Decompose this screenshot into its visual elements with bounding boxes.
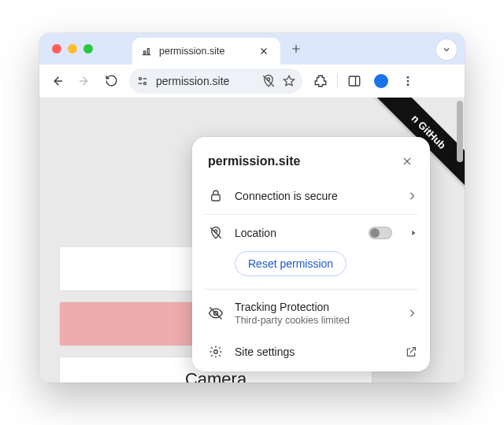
- connection-secure-label: Connection is secure: [235, 190, 395, 202]
- profile-avatar-icon: [374, 74, 388, 88]
- tab-strip: permission.site: [39, 33, 465, 65]
- svg-point-5: [407, 79, 410, 82]
- browser-toolbar: permission.site: [39, 65, 465, 98]
- svg-point-6: [407, 83, 410, 86]
- popover-title: permission.site: [208, 154, 397, 168]
- browser-tab[interactable]: permission.site: [132, 38, 280, 65]
- window-close-button[interactable]: [52, 44, 61, 54]
- location-permission-row: Location: [192, 216, 430, 249]
- tab-overflow-button[interactable]: [436, 39, 457, 60]
- svg-point-1: [144, 82, 146, 84]
- external-link-icon: [405, 346, 417, 358]
- nav-forward-button[interactable]: [72, 69, 96, 93]
- extensions-button[interactable]: [309, 69, 332, 93]
- svg-rect-3: [349, 76, 360, 86]
- toolbar-divider: [337, 74, 338, 88]
- bookmark-star-icon[interactable]: [282, 74, 296, 88]
- svg-rect-7: [212, 195, 220, 201]
- site-info-button[interactable]: [135, 74, 150, 88]
- tab-close-button[interactable]: [257, 44, 271, 58]
- new-tab-button[interactable]: [285, 38, 307, 60]
- tab-favicon-icon: [140, 45, 153, 57]
- nav-back-button[interactable]: [46, 69, 69, 93]
- page-content: n GitHub Camera permission.site Connecti: [39, 98, 465, 382]
- vertical-scrollbar[interactable]: [457, 101, 463, 162]
- location-off-icon: [208, 226, 224, 240]
- reset-permission-button[interactable]: Reset permission: [235, 251, 346, 276]
- nav-reload-button[interactable]: [99, 69, 123, 93]
- site-info-popover: permission.site Connection is secure: [192, 137, 430, 371]
- svg-point-4: [407, 76, 410, 79]
- location-label: Location: [235, 227, 358, 239]
- eye-off-icon: [208, 305, 224, 321]
- chevron-right-icon: [406, 190, 417, 201]
- location-blocked-icon[interactable]: [261, 74, 276, 88]
- connection-secure-row[interactable]: Connection is secure: [192, 179, 430, 213]
- tracking-protection-label: Tracking Protection: [235, 301, 395, 313]
- lock-icon: [208, 189, 224, 203]
- chevron-right-icon: [406, 308, 417, 319]
- window-traffic-lights: [52, 44, 93, 54]
- gear-icon: [208, 345, 224, 359]
- svg-point-0: [139, 77, 142, 79]
- menu-button[interactable]: [396, 69, 420, 93]
- svg-point-10: [214, 350, 218, 354]
- address-bar[interactable]: permission.site: [129, 68, 302, 94]
- popover-separator: [205, 214, 417, 215]
- location-toggle[interactable]: [369, 227, 392, 239]
- browser-window: permission.site: [39, 33, 465, 382]
- side-panel-button[interactable]: [343, 69, 366, 93]
- window-minimize-button[interactable]: [68, 44, 77, 54]
- tracking-protection-row[interactable]: Tracking Protection Third-party cookies …: [192, 291, 430, 335]
- popover-close-button[interactable]: [397, 151, 417, 172]
- popover-separator: [205, 289, 417, 290]
- tracking-protection-subtext: Third-party cookies limited: [235, 315, 395, 326]
- address-text: permission.site: [156, 75, 255, 87]
- window-zoom-button[interactable]: [83, 44, 93, 54]
- profile-button[interactable]: [369, 69, 393, 93]
- site-settings-label: Site settings: [235, 346, 394, 358]
- site-settings-row[interactable]: Site settings: [192, 335, 430, 368]
- tab-title: permission.site: [159, 46, 224, 57]
- location-details-button[interactable]: [410, 229, 417, 237]
